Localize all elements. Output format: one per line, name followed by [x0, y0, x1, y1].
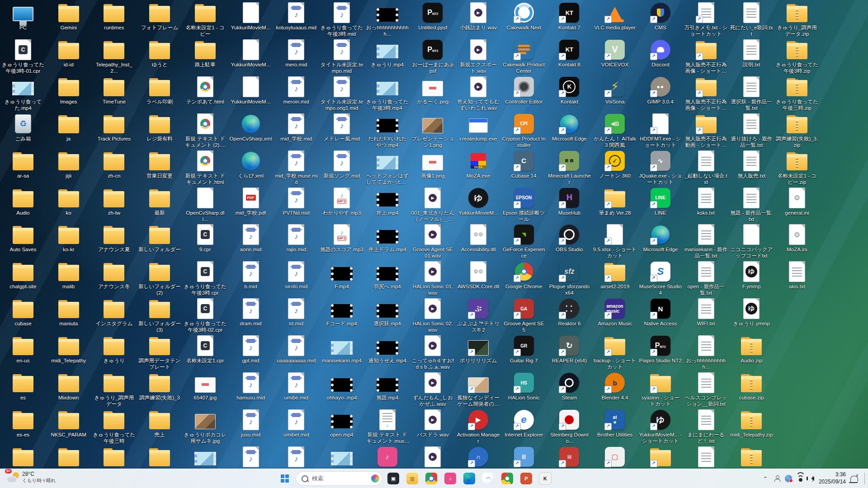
desktop-icon[interactable]: runtimes — [92, 2, 136, 38]
taskbar-edge[interactable] — [461, 471, 477, 486]
desktop-icon[interactable]: 無人販売.txt — [730, 150, 773, 186]
desktop-icon[interactable]: V↗VOICEVOX — [593, 39, 637, 75]
desktop-icon[interactable]: S↗MuseScore Studio 4 — [639, 261, 682, 297]
desktop-icon[interactable]: ♪タイトル未設定.tempo.mid — [320, 39, 363, 75]
desktop-icon[interactable]: おっhhhhhhhhhhhh... — [366, 2, 409, 38]
desktop-icon[interactable]: ♪PVTNd.mid — [274, 187, 318, 223]
desktop-icon[interactable]: インスタグラム — [92, 298, 136, 334]
desktop-icon[interactable]: 最新 — [138, 187, 181, 223]
desktop-icon[interactable]: ♪タイトル未設定.tempo.orig1.mid — [320, 76, 363, 112]
desktop-icon[interactable]: ▶答え知ってでもむずいわこれ.wav — [457, 76, 500, 112]
desktop-icon[interactable]: ♪新規 テキスト ドキュメント.musicxml — [366, 409, 409, 445]
desktop-icon[interactable]: ∿↗JQuake.exe - ショートカット — [639, 150, 682, 186]
desktop-icon[interactable]: ↗backup - ショートカット — [593, 335, 637, 371]
desktop-icon[interactable]: ラベル印刷 — [138, 76, 181, 112]
desktop-icon[interactable]: 死にたい_e歌詞.txt — [730, 2, 773, 38]
desktop-icon[interactable]: ヘッドフォンはずしててよかっt.mp4 — [366, 150, 409, 186]
desktop-icon[interactable]: 調声練習(失敗)_3 — [138, 372, 181, 408]
desktop-icon[interactable]: プレゼンテーション1.png — [411, 113, 454, 149]
desktop-icon[interactable]: ゆF.ymmp — [730, 261, 773, 297]
desktop-icon[interactable]: だれだFXいれたやつ.mp4 — [366, 113, 409, 149]
desktop-icon[interactable]: ♪hamusu.mid — [229, 372, 273, 408]
search-input[interactable]: 検索 — [296, 471, 382, 486]
desktop-icon[interactable]: きゅうり — [92, 335, 136, 371]
desktop-icon[interactable]: ↗筆まめ Ver.28 — [593, 187, 637, 223]
desktop-icon[interactable]: 画像1.png — [411, 150, 454, 186]
desktop-icon[interactable]: ⚙MoZA.ini — [775, 224, 819, 260]
desktop-icon[interactable]: ◥↗GeForce Experience — [502, 224, 546, 260]
desktop-icon[interactable]: midi_Telepathy.zip — [730, 409, 773, 445]
taskbar-music-app[interactable]: ♪ — [442, 471, 458, 486]
desktop-icon[interactable]: H↗MuseHub — [547, 187, 591, 223]
desktop-icon[interactable]: ↗Google Chrome — [502, 261, 546, 297]
desktop-icon[interactable]: CPI↗Crypton Product Installer — [502, 113, 546, 149]
notification-bell-icon[interactable] — [850, 476, 858, 482]
desktop-icon[interactable]: K↗Kontakt — [547, 76, 591, 112]
volume-icon[interactable] — [811, 476, 814, 481]
desktop-icon[interactable]: zh-tw — [92, 187, 136, 223]
desktop-icon[interactable]: ▶こってゅh d すおf d s b ふぁ.wav — [411, 335, 454, 371]
desktop-icon[interactable]: ♪aorin.mid — [229, 224, 273, 260]
desktop-icon[interactable]: • •• •↗Reaktor 6 — [547, 298, 591, 334]
desktop-icon[interactable]: PNT2↗Piapro Studio NT2 — [639, 335, 682, 371]
desktop-icon[interactable]: PC — [1, 2, 45, 38]
desktop-icon[interactable]: open - 親作品一覧.txt — [684, 261, 728, 297]
desktop-icon[interactable]: ⚙⚙Accessibility.dll — [457, 224, 500, 260]
desktop-icon[interactable]: 選択肢.mp4 — [366, 298, 409, 334]
desktop-icon[interactable]: Mixdown — [47, 372, 90, 408]
taskbar-app-window[interactable]: ▣ — [385, 471, 401, 486]
desktop-icon[interactable]: ▶HALion Sonic 02.wav — [411, 298, 454, 334]
desktop-icon[interactable]: akis.txt — [775, 261, 819, 297]
desktop-icon[interactable]: es — [1, 372, 45, 408]
desktop-icon[interactable]: ⚡↗VoiSona — [593, 76, 637, 112]
desktop-icon[interactable]: ✓↗ノートン 360 — [593, 150, 637, 186]
desktop-icon[interactable]: ゆYukkuriMovieM... — [457, 187, 500, 223]
desktop-icon[interactable]: manisekarin - 親作品一覧.txt — [684, 224, 728, 260]
desktop-icon[interactable]: C名称未設定1.cpr — [184, 335, 227, 371]
start-button[interactable] — [277, 471, 293, 486]
desktop-icon[interactable]: MoZA.exe — [457, 150, 500, 186]
desktop-icon[interactable]: ♪MP3無題のスコア.mp3 — [320, 224, 363, 260]
desktop-icon[interactable]: Auto Saves — [1, 224, 45, 260]
desktop-icon[interactable]: maniuta — [47, 298, 90, 334]
desktop-icon[interactable]: ▶新規エクスポート.wav — [457, 39, 500, 75]
desktop-icon[interactable]: PNT2おーばーまにあ.ppsf — [411, 39, 454, 75]
desktop-icon[interactable]: ▶ずんだもん_しおかぜふ.wav — [411, 372, 454, 408]
desktop-icon[interactable]: ↗OBS Studio — [547, 224, 591, 260]
desktop-icon[interactable]: at★↗Brother Utilities — [593, 409, 637, 445]
desktop-icon[interactable]: ヘルスコンプレッション__歌詞.txt — [684, 372, 728, 408]
weather-widget[interactable]: 9+ 28°C くもり時々晴れ — [4, 470, 59, 484]
desktop-icon[interactable]: 調声練習(失敗)_3.zip — [775, 113, 819, 149]
desktop-icon[interactable]: ↗Steam — [547, 372, 591, 408]
desktop-icon[interactable]: ▶Groove Agent SE 01.wav — [411, 224, 454, 260]
desktop-icon[interactable]: EPSON↗Epson 接続診断ツール — [502, 187, 546, 223]
desktop-icon[interactable]: Audio.zip — [730, 335, 773, 371]
desktop-icon[interactable]: ↗9.5.xlsx - ショートカット — [593, 224, 637, 260]
desktop-icon[interactable]: ♪dram.mid — [229, 298, 273, 334]
desktop-icon[interactable]: ↗Minecraft Launcher — [547, 150, 591, 186]
taskbar-white-app[interactable]: ◠ — [480, 471, 496, 486]
desktop-icon[interactable]: くらび.xml — [229, 150, 273, 186]
desktop-icon[interactable]: テンポあて.html — [184, 76, 227, 112]
desktop-icon[interactable]: 無題.mp4 — [366, 372, 409, 408]
desktop-icon[interactable]: ♪きゅうり食ってた午後3時.mid — [320, 2, 363, 38]
wifi-icon[interactable] — [797, 475, 805, 482]
desktop-icon[interactable]: e↗Internet Explorer — [502, 409, 546, 445]
desktop-icon[interactable]: GA↗Groove Agent SE 5 — [502, 298, 546, 334]
desktop-icon[interactable]: きゅうり_調声用データ.zip — [775, 2, 819, 38]
desktop-icon[interactable]: 通り抜けろ - 親作品一覧.txt — [730, 113, 773, 149]
desktop-icon[interactable]: jijii — [47, 150, 90, 186]
desktop-icon[interactable]: b↗Blender 4.4 — [593, 372, 637, 408]
desktop-icon[interactable]: 調声用データテンプレート — [138, 335, 181, 371]
desktop-icon[interactable]: ↗無人販売不正行為画像 - ショートカット — [684, 76, 728, 112]
desktop-icon[interactable]: レジ袋有料 — [138, 113, 181, 149]
desktop-icon[interactable]: ♪umibe.mid — [274, 372, 318, 408]
desktop-icon[interactable]: ♪sirofo.mid — [274, 261, 318, 297]
desktop-icon[interactable]: ♪メドレー風.mid — [320, 113, 363, 149]
desktop-icon[interactable]: ↗HDDFMT.exe - ショートカット — [639, 113, 682, 149]
desktop-icon[interactable]: ♪MP3わかりやす.mp3 — [320, 187, 363, 223]
desktop-icon[interactable]: cubase.zip — [730, 372, 773, 408]
desktop-icon[interactable]: ▶↗Activation Manager — [457, 409, 500, 445]
desktop-icon[interactable]: ↗Microsoft Edge — [639, 224, 682, 260]
desktop-icon[interactable]: ↗孤独なインディーゲーム開発者の一生 ... — [457, 372, 500, 408]
